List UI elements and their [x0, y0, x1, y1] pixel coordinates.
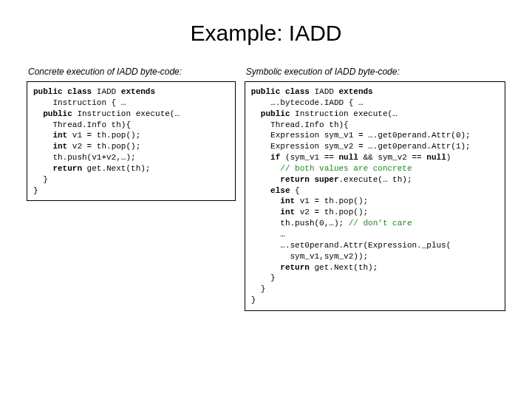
code-text: v2 = th.pop();	[67, 142, 140, 151]
code-kw: public class	[251, 87, 310, 96]
code-text: …	[251, 230, 285, 239]
left-caption: Concrete execution of IADD byte-code:	[28, 66, 236, 77]
slide: Example: IADD Concrete execution of IADD…	[0, 0, 532, 399]
code-text: Thread.Info th){	[251, 120, 349, 129]
code-text: Instruction execute(…	[72, 109, 180, 118]
left-column: Concrete execution of IADD byte-code: pu…	[27, 66, 236, 311]
code-text: get.Next(th);	[82, 164, 150, 173]
code-text: v2 = th.pop();	[295, 208, 368, 216]
code-kw: public	[33, 109, 72, 118]
code-text: Instruction execute(…	[290, 109, 397, 118]
code-kw: return	[251, 263, 310, 272]
code-text: (sym_v1 ==	[280, 153, 338, 162]
code-text: ….bytecode.IADD { …	[251, 98, 364, 107]
code-kw: int	[251, 197, 295, 205]
code-kw: int	[251, 208, 295, 216]
code-text: Thread.Info th){	[33, 120, 131, 129]
right-column: Symbolic execution of IADD byte-code: pu…	[245, 66, 505, 311]
code-text: {	[290, 186, 299, 195]
code-text: v1 = th.pop();	[295, 197, 368, 205]
code-text: }	[251, 273, 276, 282]
code-text: ….set0perand.Attr(Expression._plus(	[251, 241, 451, 250]
code-comment: // both values are concrete	[251, 164, 412, 173]
right-caption: Symbolic execution of IADD byte-code:	[246, 66, 505, 77]
code-text: Expression sym_v2 = ….get0perand.Attr(1)…	[251, 142, 471, 151]
code-text: }	[251, 296, 256, 304]
code-text: IADD	[310, 87, 339, 96]
code-text: && sym_v2 ==	[358, 153, 426, 162]
code-text: }	[33, 186, 38, 195]
code-text: }	[251, 284, 266, 293]
slide-title: Example: IADD	[27, 21, 505, 46]
code-text: }	[33, 175, 48, 184]
code-text: v1 = th.pop();	[67, 131, 140, 140]
code-text: th.push(v1+v2,…);	[33, 153, 136, 162]
code-text: )	[446, 153, 451, 162]
code-kw: return	[33, 164, 82, 173]
code-text: Expression sym_v1 = ….get0perand.Attr(0)…	[251, 131, 471, 140]
code-kw: if	[251, 153, 281, 162]
code-kw: extends	[339, 87, 373, 96]
code-text: Instruction { …	[33, 98, 126, 107]
code-kw: null	[339, 153, 358, 162]
code-kw: public	[251, 109, 290, 118]
code-kw: null	[426, 153, 446, 162]
code-text: IADD	[92, 87, 121, 96]
code-text: get.Next(th);	[310, 263, 378, 272]
code-kw: else	[251, 186, 290, 195]
code-text: th.push(0,…);	[251, 219, 349, 228]
columns: Concrete execution of IADD byte-code: pu…	[27, 66, 505, 311]
left-codebox: public class IADD extends Instruction { …	[27, 81, 236, 201]
code-kw: public class	[33, 87, 92, 96]
code-text: sym_v1,sym_v2));	[251, 252, 368, 261]
code-comment: // don't care	[349, 219, 412, 228]
right-codebox: public class IADD extends ….bytecode.IAD…	[245, 81, 505, 311]
code-kw: int	[33, 131, 67, 140]
code-text: .execute(… th);	[339, 175, 412, 184]
code-kw: int	[33, 142, 67, 151]
code-kw: extends	[121, 87, 155, 96]
code-kw: return super	[251, 175, 339, 184]
